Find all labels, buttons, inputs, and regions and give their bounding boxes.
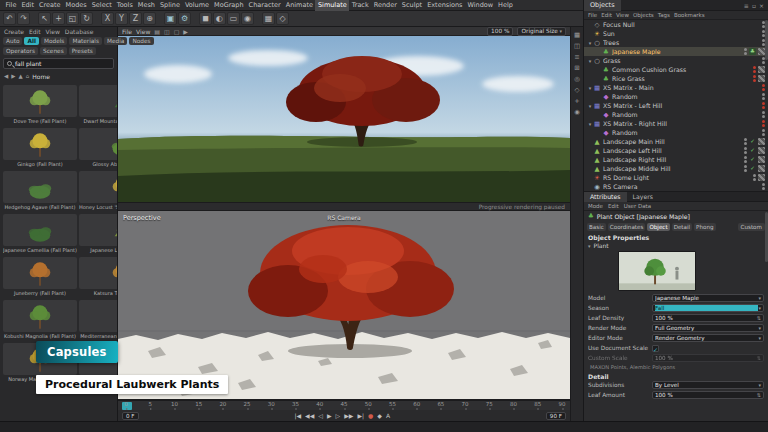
snap-icon[interactable]: ◇ <box>575 86 580 94</box>
object-row-rice-grass[interactable]: ♣Rice Grass <box>584 74 768 83</box>
filter-nodes[interactable]: Nodes <box>129 37 153 45</box>
zoom-level-field[interactable]: 100 % <box>487 27 513 36</box>
menu-file[interactable]: File <box>3 0 19 11</box>
asset-item-japanese-larch-fall-plant[interactable]: Japanese Larch (Fall Plant) <box>79 214 117 253</box>
asset-item-mediterranean-cypress-fall-plant[interactable]: Mediterranean Cypress (Fall Plant) <box>79 300 117 339</box>
render-settings-icon[interactable]: ⚙ <box>178 12 191 25</box>
checkbox-use-document-scale[interactable]: ✓ <box>652 345 659 352</box>
tab-objects[interactable]: Objects <box>584 0 621 11</box>
asset-item-ginkgo-fall-plant[interactable]: Ginkgo (Fall Plant) <box>3 128 77 167</box>
asset-menu-edit[interactable]: Edit <box>29 28 41 35</box>
visibility-dots[interactable] <box>762 84 765 91</box>
menu-character[interactable]: Character <box>246 0 283 11</box>
object-row-landscape-middle-hill[interactable]: ▲Landscape Middle Hill✓ <box>584 164 768 173</box>
object-row-random[interactable]: ◆Random <box>584 128 768 137</box>
object-row-xs-matrix-right-hill[interactable]: ▾▦XS Matrix - Right Hill <box>584 119 768 128</box>
object-row-sun[interactable]: ☀Sun <box>584 29 768 38</box>
z-axis-lock-icon[interactable]: Z <box>129 12 142 25</box>
visibility-dots[interactable] <box>744 147 747 154</box>
om-menu-file[interactable]: File <box>588 12 597 18</box>
filter-materials[interactable]: Materials <box>69 37 102 45</box>
snap-icon[interactable]: ◇ <box>276 12 289 25</box>
menu-simulate[interactable]: Simulate <box>315 0 349 11</box>
object-row-random[interactable]: ◆Random <box>584 92 768 101</box>
timeline-ruler[interactable]: 051015202530354045505560657075808590 <box>118 400 570 410</box>
asset-item-katsura-tree-fall-plant[interactable]: Katsura Tree (Fall Plant) <box>79 257 117 296</box>
object-row-trees[interactable]: ▾○Trees <box>584 38 768 47</box>
om-menu-view[interactable]: View <box>616 12 629 18</box>
om-menu-bookmarks[interactable]: Bookmarks <box>674 12 705 18</box>
om-menu-tags[interactable]: Tags <box>658 12 670 18</box>
list-icon[interactable]: ≡ <box>574 53 579 61</box>
asset-item-kobushi-magnolia-fall-plant[interactable]: Kobushi Magnolia (Fall Plant) <box>3 300 77 339</box>
menu-mograph[interactable]: MoGraph <box>212 0 247 11</box>
menu-modes[interactable]: Modes <box>63 0 89 11</box>
texture-tag-icon[interactable] <box>758 138 765 145</box>
object-row-landscape-main-hill[interactable]: ▲Landscape Main Hill✓ <box>584 137 768 146</box>
visibility-dots[interactable] <box>762 21 765 28</box>
object-row-landscape-right-hill[interactable]: ▲Landscape Right Hill✓ <box>584 155 768 164</box>
material-icon[interactable]: ◼ <box>199 12 212 25</box>
layout-icon[interactable]: ▦ <box>574 31 580 39</box>
menu-window[interactable]: Window <box>465 0 496 11</box>
object-row-xs-matrix-main[interactable]: ▾▦XS Matrix - Main <box>584 83 768 92</box>
visibility-dots[interactable] <box>744 138 747 145</box>
object-row-rs-camera[interactable]: ◉RS Camera <box>584 182 768 191</box>
param-tab-phong[interactable]: Phong <box>694 223 715 231</box>
attr-menu-mode[interactable]: Mode <box>588 203 603 209</box>
next-key-button[interactable]: ▶▶ <box>344 410 353 421</box>
menu-mesh[interactable]: Mesh <box>135 0 157 11</box>
goto-end-button[interactable]: ▶| <box>357 410 364 421</box>
visibility-dots[interactable] <box>762 39 765 46</box>
visibility-dots[interactable] <box>762 120 765 127</box>
move-icon[interactable]: + <box>52 12 65 25</box>
play-button[interactable]: ▶ <box>327 410 332 421</box>
visibility-dots[interactable] <box>753 66 756 73</box>
next-frame-button[interactable]: ▷ <box>336 410 341 421</box>
visibility-dots[interactable] <box>762 183 765 190</box>
visibility-dots[interactable] <box>762 30 765 37</box>
texture-tag-icon[interactable] <box>758 147 765 154</box>
filter-operators[interactable]: Operators <box>3 47 38 55</box>
menu-track[interactable]: Track <box>349 0 371 11</box>
breadcrumb-label[interactable]: Home <box>32 73 50 80</box>
param-tab-detail[interactable]: Detail <box>672 223 692 231</box>
region-render-icon[interactable]: ▢ <box>174 28 180 35</box>
asset-menu-view[interactable]: View <box>46 28 60 35</box>
asset-menu-create[interactable]: Create <box>4 28 24 35</box>
dropdown-render-mode[interactable]: Full Geometry▾ <box>652 324 764 332</box>
up-icon[interactable]: ▲ <box>18 73 22 79</box>
goto-start-button[interactable]: |◀ <box>294 410 301 421</box>
object-row-grass[interactable]: ▾○Grass <box>584 56 768 65</box>
tab-attributes[interactable]: Attributes <box>584 192 627 202</box>
visibility-dots[interactable] <box>762 129 765 136</box>
start-ipr-icon[interactable]: ▶ <box>183 28 188 35</box>
plant-group-row[interactable]: Plant <box>584 241 768 249</box>
check-tag-icon[interactable]: ✓ <box>749 147 756 154</box>
rotate-icon[interactable]: ↻ <box>80 12 93 25</box>
forward-icon[interactable]: ▶ <box>11 73 15 79</box>
menu-sculpt[interactable]: Sculpt <box>399 0 424 11</box>
menu-spline[interactable]: Spline <box>157 0 182 11</box>
prev-key-button[interactable]: ◀◀ <box>305 410 314 421</box>
plant-preview-image[interactable] <box>618 251 696 291</box>
texture-tag-icon[interactable] <box>758 156 765 163</box>
field-leaf-amount[interactable]: 100 %⇅ <box>652 391 764 399</box>
asset-item-hedgehog-agave-fall-plant[interactable]: Hedgehog Agave (Fall Plant) <box>3 171 77 210</box>
close-icon[interactable]: × <box>759 2 764 9</box>
split-view-icon[interactable]: ◫ <box>574 42 580 50</box>
redo-icon[interactable]: ↷ <box>17 12 30 25</box>
menu-help[interactable]: Help <box>496 0 516 11</box>
object-row-xs-matrix-left-hill[interactable]: ▾▦XS Matrix - Left Hill <box>584 101 768 110</box>
grid-icon[interactable]: ⊞ <box>574 64 579 72</box>
asset-search-input[interactable]: fall plant <box>3 58 114 69</box>
field-leaf-density[interactable]: 100 %⇅ <box>652 314 764 322</box>
menu-render[interactable]: Render <box>371 0 399 11</box>
x-axis-lock-icon[interactable]: X <box>101 12 114 25</box>
asset-item-juneberry-fall-plant[interactable]: Juneberry (Fall Plant) <box>3 257 77 296</box>
undo-icon[interactable]: ↶ <box>3 12 16 25</box>
start-frame-field[interactable]: 0 F <box>122 412 139 420</box>
menu-create[interactable]: Create <box>36 0 63 11</box>
check-tag-icon[interactable]: ✓ <box>749 156 756 163</box>
object-row-rs-dome-light[interactable]: ☀RS Dome Light <box>584 173 768 182</box>
